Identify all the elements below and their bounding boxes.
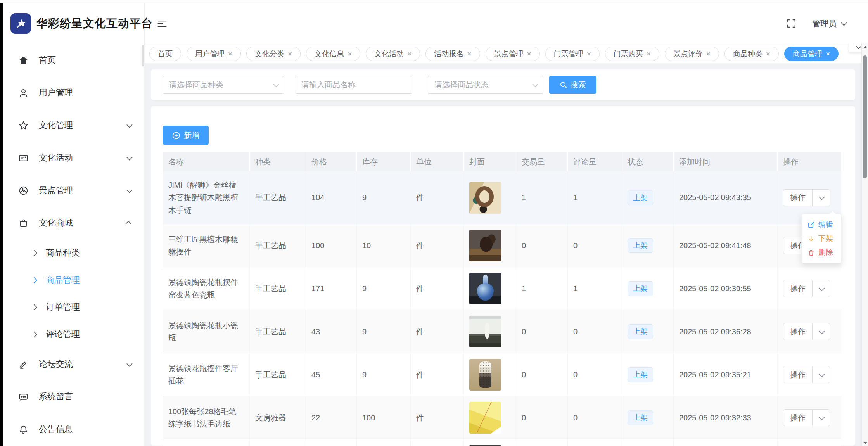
action-button[interactable]: 操作 [783, 323, 812, 340]
action-dropdown-button[interactable] [812, 323, 830, 340]
tab[interactable]: 景点评价 × [665, 47, 719, 61]
product-cover-image [469, 182, 501, 214]
action-button-group: 操作 [783, 280, 830, 297]
tab-close-icon[interactable]: × [587, 50, 591, 57]
sidebar-subitem-product-mgmt[interactable]: 商品管理 [3, 266, 144, 294]
action-button[interactable]: 操作 [783, 190, 812, 206]
chevron-down-icon [126, 187, 133, 193]
cell-stock [357, 439, 411, 446]
cell-category: 手工艺品 [250, 171, 306, 224]
scenic-icon [18, 185, 29, 196]
cell-comments: 1 [568, 171, 622, 224]
cell-stock: 100 [357, 396, 411, 439]
sidebar-item-users[interactable]: 用户管理 [3, 76, 144, 109]
action-dropdown-button[interactable] [812, 410, 830, 426]
tab-close-icon[interactable]: × [826, 50, 830, 57]
tab-label: 首页 [158, 49, 173, 59]
cell-unit [411, 439, 464, 446]
add-button[interactable]: 新增 [163, 126, 209, 145]
page-scrollbar[interactable] [861, 43, 868, 446]
chevron-down-icon [819, 285, 825, 291]
product-name-input[interactable] [295, 76, 412, 94]
sidebar-item-culture-activity[interactable]: 文化活动 [3, 142, 144, 174]
sidebar-item-announcements[interactable]: 公告信息 [3, 413, 144, 446]
category-select[interactable]: 请选择商品种类 [163, 76, 284, 94]
tab[interactable]: 首页 [149, 47, 181, 61]
tab-close-icon[interactable]: × [288, 50, 292, 57]
scrollbar-down-arrow[interactable] [863, 442, 867, 444]
action-dropdown-button[interactable] [812, 190, 830, 206]
chevron-right-icon [31, 277, 38, 283]
window-top-edge [0, 0, 868, 3]
sidebar-subitem-product-category[interactable]: 商品种类 [3, 239, 144, 266]
tab-close-icon[interactable]: × [706, 50, 711, 57]
cell-name [163, 439, 250, 446]
cell-actions: 操作 [778, 267, 841, 310]
menu-item-off-shelf[interactable]: 下架 [802, 232, 841, 245]
sidebar-item-culture-mall[interactable]: 文化商城 [3, 207, 144, 239]
tab[interactable]: 商品种类 × [724, 47, 779, 61]
cell-price: 43 [306, 310, 357, 353]
tab[interactable]: 商品管理 × [784, 47, 839, 61]
scrollbar-up-arrow[interactable] [863, 46, 867, 48]
sidebar-subitem-order-mgmt[interactable]: 订单管理 [3, 294, 144, 321]
tab-close-icon[interactable]: × [467, 50, 471, 57]
sidebar-scrollbar-thumb[interactable] [142, 45, 144, 66]
action-button[interactable]: 操作 [783, 280, 812, 297]
sidebar-item-system-message[interactable]: 系统留言 [3, 380, 144, 413]
tab[interactable]: 景点管理 × [486, 47, 540, 61]
product-cover-image [469, 273, 501, 304]
action-button[interactable]: 操作 [783, 366, 812, 383]
sidebar-item-forum[interactable]: 论坛交流 [3, 348, 144, 380]
cell-name: 景德镇花瓶摆件客厅插花 [163, 353, 250, 396]
sidebar-fold-icon[interactable] [156, 18, 168, 29]
cell-stock: 10 [357, 224, 411, 267]
chevron-up-icon [125, 221, 131, 227]
action-dropdown-button[interactable] [812, 280, 830, 297]
sidebar-subitem-comment-mgmt[interactable]: 评论管理 [3, 321, 144, 348]
tab-close-icon[interactable]: × [228, 50, 232, 57]
scrollbar-thumb[interactable] [863, 55, 867, 178]
sidebar-item-home[interactable]: 首页 [3, 44, 144, 76]
fullscreen-icon[interactable] [786, 18, 797, 29]
tab-close-icon[interactable]: × [766, 50, 770, 57]
sidebar-item-scenic-mgmt[interactable]: 景点管理 [3, 174, 144, 207]
tab[interactable]: 文化分类 × [246, 47, 301, 61]
tab[interactable]: 用户管理 × [187, 47, 241, 61]
cell-added-time [674, 439, 778, 446]
status-badge: 上架 [628, 190, 653, 205]
tab[interactable]: 门票管理 × [545, 47, 600, 61]
chevron-down-icon [819, 194, 825, 200]
cell-status: 上架 [622, 353, 674, 396]
sidebar-item-culture-mgmt[interactable]: 文化管理 [3, 109, 144, 142]
cell-added-time: 2025-05-02 09:36:28 [674, 310, 778, 353]
sidebar-nav: 首页 用户管理 文化管理 文化活动 [3, 44, 145, 446]
menu-item-edit[interactable]: 编辑 [802, 218, 841, 232]
search-button[interactable]: 搜索 [549, 76, 596, 94]
table-row: 景德镇花瓶摆件客厅插花 手工艺品 45 9 件 0 0 上架 2025-05-0… [163, 353, 841, 396]
filter-bar: 请选择商品种类 请选择商品状态 搜索 [151, 69, 855, 100]
cell-cover [464, 439, 516, 446]
tab-close-icon[interactable]: × [647, 50, 651, 57]
cell-added-time: 2025-05-02 09:41:48 [674, 224, 778, 267]
action-button[interactable]: 操作 [783, 410, 812, 426]
cell-comments: 0 [568, 396, 622, 439]
status-select[interactable]: 请选择商品状态 [428, 76, 543, 94]
tab[interactable]: 文化活动 × [366, 47, 420, 61]
tab[interactable]: 门票购买 × [605, 47, 659, 61]
action-button-group: 操作 [783, 323, 830, 340]
action-dropdown-button[interactable] [812, 366, 830, 383]
tab-close-icon[interactable]: × [527, 50, 531, 57]
cell-trades: 0 [516, 310, 568, 353]
tab[interactable]: 活动报名 × [425, 47, 480, 61]
cell-trades: 1 [516, 171, 568, 224]
tab-strip: 首页 用户管理 × 文化分类 × 文化信息 × 文化活动 × 活动报名 × 景点… [145, 44, 868, 63]
menu-item-delete[interactable]: 删除 [802, 245, 841, 259]
cell-price: 100 [306, 224, 357, 267]
tab[interactable]: 文化信息 × [306, 47, 360, 61]
cell-price [306, 439, 357, 446]
admin-user-menu[interactable]: 管理员 [812, 18, 846, 29]
user-icon [18, 88, 29, 98]
tab-close-icon[interactable]: × [348, 50, 352, 57]
tab-close-icon[interactable]: × [407, 50, 412, 57]
